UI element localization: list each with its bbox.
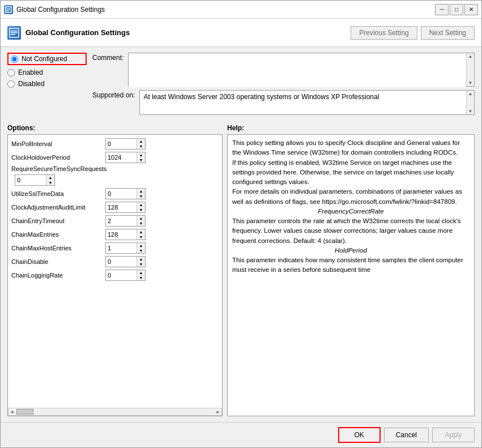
minimize-button[interactable]: ─: [435, 4, 449, 15]
comment-label: Comment:: [92, 54, 123, 62]
help-para-4: This parameter controls the rate at whic…: [232, 216, 470, 246]
spinner-btns-clockholdoverperiod: ▲ ▼: [137, 152, 145, 163]
option-utilizessltimedata: UtilizeSslTimeData ▲ ▼: [11, 188, 219, 199]
close-button[interactable]: ✕: [464, 4, 478, 15]
help-panel: Help: This policy setting allows you to …: [227, 124, 475, 416]
apply-button[interactable]: Apply: [432, 428, 475, 442]
comment-scroll-up[interactable]: ▲: [468, 54, 473, 59]
help-box[interactable]: This policy setting allows you to specif…: [227, 134, 475, 416]
option-requiresecure-spinner: ▲ ▼: [11, 174, 219, 186]
input-chainmaxentries[interactable]: [106, 229, 137, 240]
spinner-up-chainloggingrate[interactable]: ▲: [137, 270, 145, 275]
header-bar: Global Configuration Settings Previous S…: [1, 19, 481, 47]
hscroll-left-arrow[interactable]: ◄: [8, 409, 15, 415]
spinner-chainmaxhostentries: ▲ ▼: [105, 242, 146, 254]
input-requiresecure[interactable]: [15, 175, 46, 185]
spinner-down-utilizessltimedata[interactable]: ▼: [137, 194, 145, 199]
svg-rect-2: [7, 10, 10, 10]
bottom-bar: OK Cancel Apply: [1, 422, 481, 447]
spinner-down-chainmaxhostentries[interactable]: ▼: [137, 248, 145, 253]
next-setting-button[interactable]: Next Setting: [421, 26, 475, 40]
spinner-up-chainentrytimeout[interactable]: ▲: [137, 216, 145, 221]
input-clockadjustmentauditlimit[interactable]: [106, 202, 137, 212]
spinner-requiresecure: ▲ ▼: [15, 174, 55, 186]
option-requiresecuretimesyncrequests: RequireSecureTimeSyncRequests: [11, 165, 219, 172]
maximize-button[interactable]: □: [450, 4, 463, 15]
input-utilizessltimedata[interactable]: [106, 189, 137, 199]
option-clockadjustmentauditlimit: ClockAdjustmentAuditLimit ▲ ▼: [11, 202, 219, 213]
input-chainloggingrate[interactable]: [106, 270, 137, 280]
hscroll-thumb[interactable]: [16, 409, 33, 415]
spinner-up-chainmaxentries[interactable]: ▲: [137, 229, 145, 234]
spinner-up-minpollinterval[interactable]: ▲: [137, 139, 145, 144]
spinner-up-clockadjustmentauditlimit[interactable]: ▲: [137, 202, 145, 207]
svg-rect-6: [11, 32, 18, 33]
header-title: Global Configuration Settings: [25, 28, 130, 37]
spinner-down-chainmaxentries[interactable]: ▼: [137, 234, 145, 240]
spinner-minpollinterval: ▲ ▼: [105, 138, 146, 150]
input-chaindisable[interactable]: [106, 257, 137, 267]
supported-scroll-up[interactable]: ▲: [468, 91, 473, 96]
panels-row: Options: MinPollInterval ▲ ▼: [7, 124, 475, 416]
hscroll-right-arrow[interactable]: ►: [215, 409, 221, 415]
options-box: MinPollInterval ▲ ▼ ClockHold: [7, 134, 223, 416]
right-panel: Comment: ▲ ▼ Supported on: At least Wind…: [92, 53, 475, 115]
svg-rect-5: [11, 31, 18, 32]
help-section-frequencycorrectrate: FrequencyCorrectRate: [232, 207, 470, 216]
not-configured-label: Not Configured: [22, 55, 67, 63]
input-chainentrytimeout[interactable]: [106, 216, 137, 226]
cancel-button[interactable]: Cancel: [384, 428, 429, 442]
option-chainloggingrate: ChainLoggingRate ▲ ▼: [11, 270, 219, 281]
spinner-down-chainentrytimeout[interactable]: ▼: [137, 221, 145, 226]
options-hscrollbar[interactable]: ◄ ►: [8, 408, 222, 416]
spinner-btns-requiresecure: ▲ ▼: [46, 175, 54, 185]
option-chainmaxentries: ChainMaxEntries ▲ ▼: [11, 229, 219, 240]
supported-scroll-down[interactable]: ▼: [468, 109, 473, 114]
not-configured-radio[interactable]: [11, 56, 18, 63]
spinner-clockadjustmentauditlimit: ▲ ▼: [105, 202, 146, 213]
spinner-up-utilizessltimedata[interactable]: ▲: [137, 189, 145, 194]
svg-rect-1: [7, 8, 10, 9]
spinner-up-chaindisable[interactable]: ▲: [137, 257, 145, 262]
ok-button[interactable]: OK: [338, 427, 381, 443]
option-label-chainloggingrate: ChainLoggingRate: [11, 272, 102, 279]
option-label-clockadjustmentauditlimit: ClockAdjustmentAuditLimit: [11, 204, 102, 211]
comment-scroll-down[interactable]: ▼: [468, 80, 473, 86]
disabled-radio[interactable]: [7, 80, 15, 88]
content-area: Not Configured Enabled Disabled Comment:: [1, 47, 481, 422]
input-clockholdoverperiod[interactable]: [106, 152, 137, 163]
help-para-1: This policy setting allows you to specif…: [232, 138, 470, 158]
option-clockholdoverperiod: ClockHoldoverPeriod ▲ ▼: [11, 152, 219, 163]
option-chainentrytimeout: ChainEntryTimeout ▲ ▼: [11, 215, 219, 227]
input-chainmaxhostentries[interactable]: [106, 243, 137, 253]
title-bar-controls: ─ □ ✕: [435, 4, 478, 15]
prev-setting-button[interactable]: Previous Setting: [351, 26, 417, 40]
spinner-chainentrytimeout: ▲ ▼: [105, 215, 146, 227]
option-label-minpollinterval: MinPollInterval: [11, 140, 102, 147]
spinner-down-minpollinterval[interactable]: ▼: [137, 144, 145, 149]
input-minpollinterval[interactable]: [106, 139, 137, 149]
enabled-radio[interactable]: [7, 69, 15, 76]
spinner-down-chainloggingrate[interactable]: ▼: [137, 275, 145, 280]
spinner-up-clockholdoverperiod[interactable]: ▲: [137, 152, 145, 157]
help-para-5: This parameter indicates how many consis…: [232, 255, 470, 275]
spinner-down-requiresecure[interactable]: ▼: [46, 180, 54, 185]
spinner-down-chaindisable[interactable]: ▼: [137, 262, 145, 267]
spinner-chainmaxentries: ▲ ▼: [105, 229, 146, 240]
comment-textarea[interactable]: [129, 53, 466, 87]
option-label-requiresecure: RequireSecureTimeSyncRequests: [11, 165, 125, 172]
spinner-up-requiresecure[interactable]: ▲: [46, 175, 54, 180]
spinner-btns-chainentrytimeout: ▲ ▼: [137, 216, 145, 226]
spinner-up-chainmaxhostentries[interactable]: ▲: [137, 243, 145, 248]
spinner-btns-chainmaxhostentries: ▲ ▼: [137, 243, 145, 253]
main-window: Global Configuration Settings ─ □ ✕ Glob…: [0, 0, 482, 448]
spinner-down-clockholdoverperiod[interactable]: ▼: [137, 157, 145, 163]
options-scroll[interactable]: MinPollInterval ▲ ▼ ClockHold: [8, 135, 222, 407]
option-chaindisable: ChainDisable ▲ ▼: [11, 256, 219, 267]
help-para-3: For more details on individual parameter…: [232, 187, 470, 207]
spinner-btns-chainmaxentries: ▲ ▼: [137, 229, 145, 240]
spinner-btns-clockadjustmentauditlimit: ▲ ▼: [137, 202, 145, 212]
not-configured-radio-wrapper: Not Configured: [7, 53, 87, 65]
spinner-down-clockadjustmentauditlimit[interactable]: ▼: [137, 207, 145, 212]
spinner-utilizessltimedata: ▲ ▼: [105, 188, 146, 199]
